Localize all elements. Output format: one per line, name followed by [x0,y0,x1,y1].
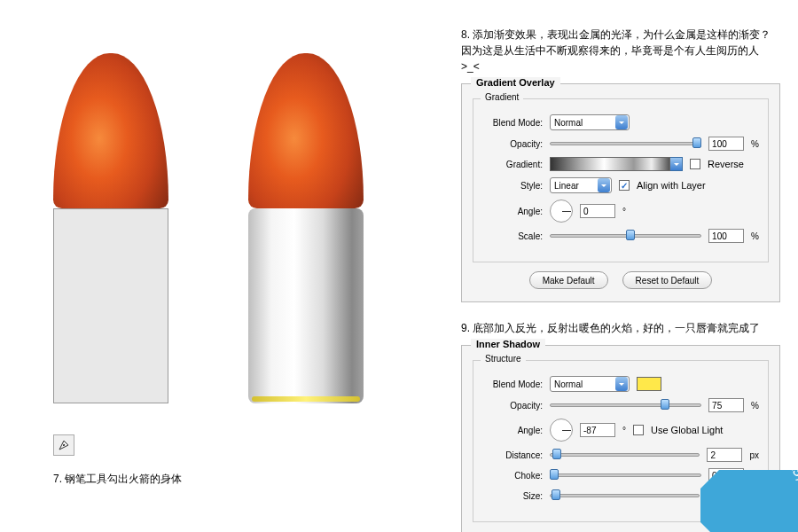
choke-slider[interactable] [550,469,701,481]
pct-label: % [751,139,759,149]
opacity-label: Opacity: [482,401,543,411]
deg-label: ° [622,207,626,216]
pct-label: % [751,401,759,411]
angle-dial[interactable] [550,419,573,442]
rocket-body-flat [53,208,168,403]
blend-mode-select[interactable]: Normal [550,376,630,392]
step-7-caption: 7. 钢笔工具勾出火箭的身体 [53,472,408,487]
blend-mode-select[interactable]: Normal [550,114,630,130]
color-swatch[interactable] [637,377,661,391]
rocket-flat [53,53,168,399]
rocket-tip [248,53,364,208]
corner-badge: <3)～ [700,470,798,532]
angle-label: Angle: [482,426,543,435]
gradient-picker[interactable] [550,157,683,171]
blend-mode-label: Blend Mode: [482,379,543,389]
corner-text: <3)～ [782,470,798,495]
style-select[interactable]: Linear [550,177,612,193]
gradient-label: Gradient: [482,160,543,169]
choke-label: Choke: [482,471,543,481]
opacity-input[interactable] [708,398,744,412]
chevron-down-icon [615,115,628,129]
size-slider[interactable] [550,489,700,502]
distance-slider[interactable] [550,449,700,461]
panel-title: Inner Shadow [471,339,545,349]
global-light-label: Use Global Light [651,425,723,435]
angle-dial[interactable] [550,200,573,223]
rocket-tip [53,53,168,208]
distance-input[interactable] [707,448,742,462]
blend-mode-value: Normal [554,118,583,128]
sub-title: Structure [481,354,526,364]
gradient-overlay-panel: Gradient Overlay Gradient Blend Mode: No… [461,83,780,302]
rocket-gradient [248,53,364,399]
blend-mode-value: Normal [554,379,583,389]
reverse-checkbox[interactable] [690,159,700,169]
gradient-subgroup: Gradient Blend Mode: Normal Opacity: % G… [473,98,769,262]
gradient-preview [550,157,670,171]
blend-mode-label: Blend Mode: [482,118,543,128]
pct-label: % [751,231,759,241]
opacity-label: Opacity: [482,139,543,149]
angle-label: Angle: [482,207,543,216]
step-9-caption: 9. 底部加入反光，反射出暖色的火焰，好的，一只唇膏就完成了 [461,320,780,336]
sub-title: Gradient [481,92,523,102]
deg-label: ° [622,426,626,435]
distance-label: Distance: [482,450,543,460]
scale-slider[interactable] [550,230,701,242]
align-checkbox[interactable] [619,180,630,191]
svg-point-0 [63,444,65,446]
reset-default-button[interactable]: Reset to Default [622,271,713,289]
style-label: Style: [482,181,543,191]
opacity-slider[interactable] [550,399,701,411]
step-8-caption: 8. 添加渐变效果，表现出金属的光泽，为什么金属是这样的渐变？因为这是从生活中不… [461,27,780,74]
global-light-checkbox[interactable] [633,425,644,435]
chevron-down-icon [598,178,610,192]
panel-title: Gradient Overlay [471,77,560,88]
reverse-label: Reverse [708,159,744,169]
style-value: Linear [554,181,579,191]
chevron-down-icon [670,157,683,171]
px-label: px [749,450,759,460]
scale-input[interactable] [708,229,744,243]
pen-tool-icon[interactable] [53,434,74,456]
opacity-input[interactable] [708,137,744,151]
rocket-body-gradient [248,208,364,403]
size-label: Size: [482,491,543,501]
scale-label: Scale: [482,231,543,241]
angle-input[interactable] [580,204,615,218]
opacity-slider[interactable] [550,137,701,150]
angle-input[interactable] [580,423,615,437]
make-default-button[interactable]: Make Default [529,271,608,289]
chevron-down-icon [615,377,628,391]
align-label: Align with Layer [637,180,706,191]
rocket-illustrations [53,53,408,399]
